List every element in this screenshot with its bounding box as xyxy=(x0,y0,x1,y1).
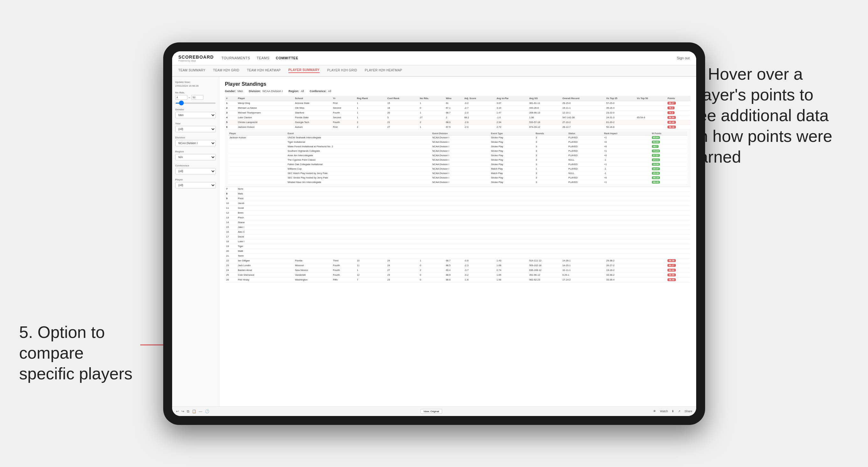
exp-type: Stroke Play xyxy=(490,144,534,149)
clock-icon[interactable]: 🕐 xyxy=(205,409,210,413)
cell-points[interactable]: 59.95 xyxy=(666,273,690,277)
exp-status: PLAYED xyxy=(567,162,603,166)
exp-rounds: 3 xyxy=(534,162,567,166)
cell-player: Ian Gilligan xyxy=(237,258,293,263)
no-rds-slider xyxy=(175,101,216,104)
no-rds-separator: – xyxy=(189,96,190,99)
conference-select[interactable]: (All) xyxy=(175,168,216,175)
cell-yr: Third xyxy=(332,258,356,263)
table-row: 8 Mats xyxy=(225,191,690,196)
filter-division-value: NCAA Division I xyxy=(263,90,283,93)
cell-player: Luke Clanton xyxy=(237,115,293,120)
exp-event: Wake Forest Invitational at Pinehurst No… xyxy=(286,144,431,149)
cell-points[interactable]: 66.94 xyxy=(666,115,690,120)
cell-player: Michael La Sasso xyxy=(237,105,293,110)
cell-points[interactable]: 60.49 xyxy=(666,120,690,125)
section-title: Player Standings xyxy=(225,81,690,87)
expanded-cell: Player Event Event Division Event Type R… xyxy=(225,129,690,186)
exp-impact: +1 xyxy=(603,149,651,153)
exp-points: 30.47 xyxy=(651,166,687,171)
subnav-team-h2h-grid[interactable]: TEAM H2H GRID xyxy=(213,68,239,73)
no-rds-min-input[interactable] xyxy=(175,95,187,100)
cell-overall: 10-11-1 xyxy=(561,268,605,273)
paste-icon[interactable]: 📋 xyxy=(192,409,196,413)
exp-status: NULL xyxy=(567,171,603,175)
download-icon[interactable]: ⬇ xyxy=(672,410,674,413)
nav-sign-out[interactable]: Sign out xyxy=(677,56,689,60)
gender-select[interactable]: Men xyxy=(175,112,216,118)
cell-points[interactable]: 68.58 xyxy=(666,258,690,263)
cell-school: Stanford xyxy=(294,110,332,115)
share-label[interactable]: Share xyxy=(684,410,692,413)
copy-icon[interactable]: ⧉ xyxy=(187,409,189,413)
cell-points[interactable]: 70.2 xyxy=(666,110,690,115)
table-row: 6 Jackson Kolson Auburn First 2 27 1 67.… xyxy=(225,125,690,129)
region-select[interactable]: N/A xyxy=(175,154,216,160)
dash-icon[interactable]: — xyxy=(199,409,203,413)
subnav-player-h2h-grid[interactable]: PLAYER H2H GRID xyxy=(328,68,357,73)
division-select[interactable]: NCAA Division I xyxy=(175,140,216,146)
nav-committee[interactable]: COMMITTEE xyxy=(276,56,298,60)
cell-yr: First xyxy=(332,101,356,105)
list-item: Jackson Kolson UNCW Seahawk Intercollegi… xyxy=(228,135,687,139)
year-select[interactable]: (All) xyxy=(175,126,216,132)
no-rds-max-input[interactable] xyxy=(191,95,204,100)
player-select[interactable]: (All) xyxy=(175,182,216,188)
cell-avg-sg: 509-102-18 xyxy=(528,263,561,268)
subnav-player-h2h-heatmap[interactable]: PLAYER H2H HEATMAP xyxy=(365,68,402,73)
subnav-team-h2h-heatmap[interactable]: TEAM H2H HEATMAP xyxy=(247,68,281,73)
gender-section: Gender Men xyxy=(175,108,216,118)
table-row: 14 Skane xyxy=(225,220,690,225)
table-row: 22 Ian Gilligan Florida Third 10 24 1 68… xyxy=(225,258,690,263)
cell-points[interactable]: 88.27 xyxy=(666,101,690,105)
cell-points[interactable]: 60.02 xyxy=(666,268,690,273)
cell-wins: 88.6 xyxy=(445,277,463,282)
nav-teams[interactable]: TEAMS xyxy=(257,56,269,60)
list-item: SEC Stroke Play hosted by Jerry Pate NCA… xyxy=(228,175,687,180)
cell-points[interactable]: 76.3 xyxy=(666,105,690,110)
col-player: Player xyxy=(237,96,293,101)
exp-rounds: 3 xyxy=(534,144,567,149)
watch-icon: 👁 xyxy=(653,410,656,413)
cell-points[interactable]: 58.18 xyxy=(666,125,690,129)
redo-icon[interactable]: ↪ xyxy=(181,409,184,413)
nav-right: Sign out xyxy=(677,56,689,60)
exp-col-rounds: Rounds xyxy=(534,132,567,135)
cell-points[interactable]: 58.49 xyxy=(666,277,690,282)
player-section: Player (All) xyxy=(175,178,216,188)
sub-nav: TEAM SUMMARY TEAM H2H GRID TEAM H2H HEAT… xyxy=(172,65,696,77)
view-original-button[interactable]: View: Original xyxy=(421,409,442,414)
cell-avg-sg: 381-61-11 xyxy=(528,101,561,105)
col-overall: Overall Record xyxy=(561,96,605,101)
no-rds-row: – xyxy=(175,95,216,100)
cell-points[interactable] xyxy=(666,191,690,196)
cell-avg-to-par: 2.72 xyxy=(495,125,528,129)
sidebar: Update time: 27/01/2024 16:56:26 No Rds.… xyxy=(172,77,219,406)
no-rds-range[interactable] xyxy=(175,103,216,103)
cell-points[interactable] xyxy=(666,196,690,201)
subnav-team-summary[interactable]: TEAM SUMMARY xyxy=(179,68,206,73)
nav-tournaments[interactable]: TOURNAMENTS xyxy=(221,56,250,60)
watch-label[interactable]: Watch xyxy=(660,410,668,413)
exp-points: 73.23 xyxy=(651,149,687,153)
subnav-player-summary[interactable]: PLAYER SUMMARY xyxy=(288,68,320,73)
exp-div: NCAA Division I xyxy=(431,157,490,162)
cell-wins: 88.9 xyxy=(445,273,463,277)
cell-yr: Fourth xyxy=(332,110,356,115)
tablet-frame: SCOREBOARD Powered by clippi TOURNAMENTS… xyxy=(163,42,705,425)
exp-type: Stroke Play xyxy=(490,162,534,166)
top-nav: SCOREBOARD Powered by clippi TOURNAMENTS… xyxy=(172,51,696,65)
cell-points[interactable] xyxy=(666,186,690,191)
cell-yr: Fourth xyxy=(332,263,356,268)
cell-avg-sg: 562-62-23 xyxy=(528,277,561,282)
col-adj-score: Adj. Score xyxy=(463,96,495,101)
cell-conf-rank: 27 xyxy=(386,125,418,129)
cell-points[interactable]: 60.27 xyxy=(666,263,690,268)
col-avg-sg: Avg SG xyxy=(528,96,561,101)
exp-div: NCAA Division I xyxy=(431,135,490,139)
expanded-header-row: Player Event Event Division Event Type R… xyxy=(228,132,687,135)
exp-status: PLAYED xyxy=(567,166,603,171)
exp-rounds: 3 xyxy=(534,149,567,153)
expanded-row: Player Event Event Division Event Type R… xyxy=(225,129,690,186)
undo-icon[interactable]: ↩ xyxy=(176,409,179,413)
